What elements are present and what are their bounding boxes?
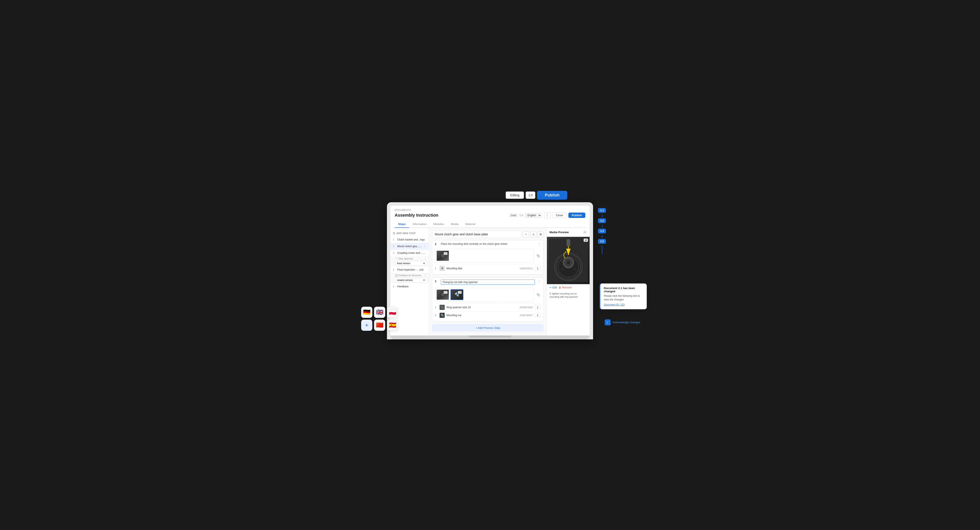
step-label: Coupling crown and ...ring	[397, 251, 426, 254]
pencil-icon: ✏	[549, 286, 552, 289]
feedback-more-icon[interactable]: ⋮	[424, 274, 426, 277]
part-id: 2045874933	[520, 306, 533, 309]
tabs-row: Steps Information Modules Media Material	[395, 221, 585, 228]
step-label: Feedback	[397, 285, 426, 288]
media-thumb-gear2[interactable]: ⚙ ⋮	[436, 289, 449, 300]
sidebar-item-step-3[interactable]: 3 Coupling crown and ...ring	[390, 250, 429, 256]
sidebar-item-step-1[interactable]: 1 Clutch basket and...ings	[390, 236, 429, 243]
flag-poland[interactable]: 🇵🇱	[387, 307, 398, 318]
feedback-doc-label: 📋 Feedback for document	[395, 274, 421, 276]
step-more-icon[interactable]: ⋮	[423, 244, 426, 248]
approval-more-icon[interactable]: ⋮	[424, 257, 426, 260]
svg-point-9	[561, 268, 563, 270]
step-header-3: 3 ⋮	[432, 278, 544, 286]
step-desc-2: Place the mounting disk centrally on the…	[441, 243, 536, 246]
part-qty-input-2[interactable]	[535, 313, 541, 318]
publish-top-button[interactable]: Publish	[537, 191, 567, 200]
part-qty-input[interactable]	[535, 266, 541, 271]
part-row-2: 2 🔩 Mounting nut 1048730047	[435, 311, 541, 319]
top-bar: Editing 1.0 Publish	[387, 191, 593, 200]
step-label: Clutch basket and...ings	[397, 238, 426, 241]
grid-action-button[interactable]: ⊞	[538, 231, 544, 237]
image-expand-icon[interactable]: ⊞	[584, 239, 588, 242]
step-label: Mount clutch gea... late	[397, 245, 422, 248]
draft-badge: Draft	[509, 214, 518, 217]
newest-version-select[interactable]: newest version ▾	[395, 278, 426, 283]
version-chip-1-1[interactable]: 1.1	[598, 208, 606, 213]
step-title: Mount clutch gear and clutch base plate	[432, 231, 521, 238]
thumb2-more-icon[interactable]: ⋮	[444, 291, 447, 294]
svg-point-8	[574, 259, 576, 262]
attach-icon[interactable]: 📎	[536, 249, 541, 263]
flag-row-1: 🇩🇪 🇬🇧 🇵🇱	[361, 307, 398, 318]
add-new-step-button[interactable]: ☰ ADD NEW STEP	[390, 230, 429, 236]
editing-button[interactable]: Editing	[506, 192, 524, 199]
part-qty-input-1[interactable]	[535, 305, 541, 310]
language-select[interactable]: English	[525, 213, 541, 218]
acknowledge-section: ✓ Acknowledge changes	[605, 319, 640, 326]
tab-modules[interactable]: Modules	[430, 221, 447, 228]
flag-germany[interactable]: 🇩🇪	[361, 307, 372, 318]
publish-header-button[interactable]: Publish	[568, 212, 585, 218]
media-preview-close-button[interactable]: ×	[583, 230, 587, 235]
hamburger-icon: ☰	[393, 232, 395, 235]
part-icon: 🔩	[439, 313, 445, 318]
step-label: Final inspection - ...ical	[397, 268, 426, 271]
header-actions: Draft 1.0 English ⋮ Close Publish	[509, 212, 585, 219]
part-number: 2	[435, 314, 438, 317]
laptop-screen: DOCUMENTS Assembly Instruction Draft 1.0…	[390, 206, 590, 335]
fixed-version-select[interactable]: fixed version ▾	[395, 261, 426, 266]
attach-icon-3[interactable]: 📎	[536, 288, 541, 302]
flag-uk[interactable]: 🇬🇧	[374, 307, 385, 318]
notification-link[interactable]: Document ID: 123	[604, 303, 643, 306]
tab-information[interactable]: Information	[409, 221, 430, 228]
sidebar-item-step-5[interactable]: 5 Feedback	[390, 283, 429, 290]
step-num-2: 2	[435, 243, 439, 246]
sidebar-item-step-2[interactable]: 2 Mount clutch gea... late ⋮	[390, 243, 429, 250]
step-desc-input-3[interactable]	[441, 279, 535, 285]
media-thumb-gear[interactable]: ⚙ ⋮	[436, 251, 449, 261]
svg-rect-14	[566, 239, 570, 246]
tab-material[interactable]: Material	[462, 221, 479, 228]
step-number: 3	[393, 252, 396, 254]
more-options-button[interactable]: ⋮	[544, 212, 550, 219]
part-id: 1048730047	[520, 314, 533, 316]
part-icon: 🔧	[439, 305, 445, 310]
chevron-down-icon: ▾	[423, 262, 425, 265]
thumb-more-icon[interactable]: ⋮	[444, 252, 447, 255]
remove-preview-button[interactable]: 🗑 Remove	[559, 286, 572, 289]
right-indicators: 1.1 1.2 1.3 2.0	[598, 208, 606, 254]
language-flags-panel: 🇩🇪 🇬🇧 🇵🇱 + 🇨🇳 🇪🇸	[361, 307, 398, 331]
step-number: 4	[393, 268, 396, 271]
close-button[interactable]: Close	[552, 212, 566, 218]
step2-more-icon[interactable]: ⋮	[538, 243, 541, 246]
tab-steps[interactable]: Steps	[395, 221, 409, 228]
thumb3-more-icon[interactable]: ⋮	[458, 291, 461, 294]
step-number: 5	[393, 285, 396, 288]
step3-more-icon[interactable]: ⋮	[538, 279, 541, 283]
sidebar-item-step-4[interactable]: 4 Final inspection - ...ical	[390, 267, 429, 273]
add-action-button[interactable]: ＋	[523, 231, 529, 237]
part-icon: ⚙	[439, 266, 445, 271]
add-process-step-button[interactable]: + Add Process Step	[432, 324, 544, 332]
notification-body: Please click the following link to view …	[604, 294, 643, 302]
version-chip-2-0[interactable]: 2.0	[598, 239, 606, 244]
svg-point-10	[574, 268, 576, 270]
part-row: 1 ⚙ Mounting disk 1048742213	[435, 264, 541, 272]
flag-spain[interactable]: 🇪🇸	[387, 319, 398, 331]
version-chip-1-2[interactable]: 1.2	[598, 219, 606, 223]
version-chip-1-3[interactable]: 1.3	[598, 229, 606, 233]
media-thumb-gear3[interactable]: 🔩 ⋮	[450, 289, 463, 300]
warning-action-button[interactable]: ⚠	[530, 231, 536, 237]
edit-preview-button[interactable]: ✏ Edit	[549, 286, 557, 289]
step-number: 1	[393, 238, 396, 241]
media-preview-actions: ✏ Edit 🗑 Remove	[547, 284, 590, 291]
process-step-card-2: 2 Place the mounting disk centrally on t…	[432, 240, 544, 275]
add-language-button[interactable]: +	[361, 319, 372, 331]
flag-china[interactable]: 🇨🇳	[374, 319, 385, 331]
tab-media[interactable]: Media	[447, 221, 462, 228]
part-id: 1048742213	[520, 267, 533, 270]
notification-title: Document 2.1 has been changed	[604, 286, 643, 293]
acknowledge-check-button[interactable]: ✓	[605, 319, 611, 326]
step-approval-label: 📄 Step_Approval	[395, 257, 413, 260]
